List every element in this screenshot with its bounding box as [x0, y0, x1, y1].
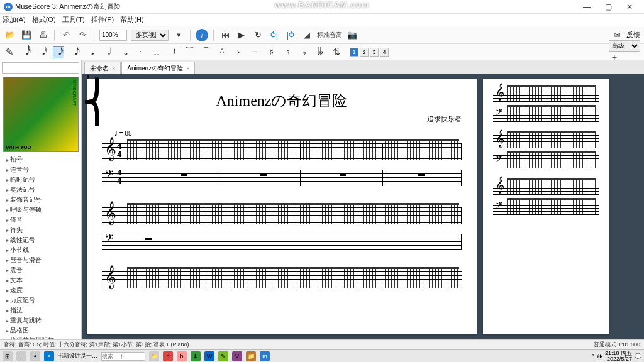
accent-icon[interactable]: ›	[233, 46, 244, 58]
palette-item[interactable]: 临时记号	[0, 175, 81, 185]
taskbar-icon[interactable]: m	[260, 351, 270, 361]
score-page-1[interactable]: Animenzの奇幻冒险 追求快乐者 ♩ = 85 ⎨ 𝄞 44 𝄢	[87, 79, 477, 334]
taskbar-app[interactable]: 书籍设计是一…	[58, 352, 97, 360]
feedback-button[interactable]: 反馈	[626, 30, 640, 40]
double-dot-icon[interactable]: ‥	[151, 46, 162, 58]
close-icon[interactable]: ×	[112, 65, 115, 72]
time-signature[interactable]: 44	[117, 142, 121, 158]
palette-item[interactable]: 重复与跳转	[0, 315, 81, 326]
tray-icon[interactable]: ^	[592, 353, 594, 359]
palette-item[interactable]: 装饰音记号	[0, 195, 81, 205]
treble-staff[interactable]: 𝄞	[102, 266, 462, 293]
taskbar-icon[interactable]: V	[232, 351, 242, 361]
taskbar-icon[interactable]: 📁	[246, 351, 256, 361]
palette-item[interactable]: 文本	[0, 275, 81, 285]
menu-help[interactable]: 帮助(H)	[120, 15, 143, 25]
mail-icon[interactable]: ✉	[611, 29, 623, 41]
note-whole-icon[interactable]: 𝅝	[118, 46, 130, 58]
open-icon[interactable]: 📂	[4, 29, 16, 41]
voice-2-button[interactable]: 2	[360, 48, 369, 57]
score-viewport[interactable]: Animenzの奇幻冒险 追求快乐者 ♩ = 85 ⎨ 𝄞 44 𝄢	[82, 74, 644, 339]
palette-item[interactable]: 小节线	[0, 245, 81, 255]
maximize-button[interactable]: ▢	[597, 3, 619, 11]
voice-4-button[interactable]: 4	[380, 48, 389, 57]
menu-format[interactable]: 格式(O)	[32, 15, 56, 25]
note-32nd-icon[interactable]: 𝅘𝅥𝅰	[36, 46, 48, 58]
notes[interactable]	[127, 269, 459, 288]
dot-icon[interactable]: ·	[135, 46, 146, 58]
rewind-icon[interactable]: ⏮	[219, 29, 231, 41]
view-select[interactable]: 多页视图	[131, 30, 169, 41]
loop-icon[interactable]: ↻	[252, 29, 264, 41]
tab-untitled[interactable]: 未命名×	[84, 62, 121, 74]
palette-item[interactable]: 琶音与滑音	[0, 255, 81, 265]
print-icon[interactable]: 🖶	[36, 29, 49, 41]
close-button[interactable]: ✕	[619, 3, 640, 11]
note-16th-icon[interactable]: 𝅘𝅥𝅯	[53, 46, 64, 58]
palette-item[interactable]: 拍号	[0, 155, 81, 165]
taskbar-search[interactable]	[101, 352, 145, 361]
taskbar-icon[interactable]: ⬇	[191, 351, 201, 361]
palette-item[interactable]: 力度记号	[0, 295, 81, 305]
natural-icon[interactable]: ♮	[282, 46, 293, 58]
minimize-button[interactable]: —	[576, 3, 597, 11]
note-quarter-icon[interactable]: 𝅘𝅥	[86, 46, 97, 58]
midi-icon[interactable]: ♪	[196, 29, 208, 41]
double-flat-icon[interactable]: 𝄫	[314, 46, 326, 58]
undo-icon[interactable]: ↶	[60, 29, 72, 41]
note-8th-icon[interactable]: 𝅘𝅥𝅮	[69, 46, 80, 58]
tie-icon[interactable]: ⁀	[184, 46, 195, 58]
note-64th-icon[interactable]: 𝅘𝅥𝅱	[20, 46, 31, 58]
tempo-marking[interactable]: ♩ = 85	[114, 130, 462, 137]
score-composer[interactable]: 追求快乐者	[102, 114, 462, 124]
palette-search-input[interactable]	[2, 62, 79, 74]
save-icon[interactable]: 💾	[20, 29, 33, 41]
voice-1-button[interactable]: 1	[350, 48, 358, 57]
flat-icon[interactable]: ♭	[298, 46, 309, 58]
palette-item[interactable]: 品格图	[0, 326, 81, 336]
zoom-input[interactable]	[99, 30, 127, 41]
redo-icon[interactable]: ↷	[76, 29, 89, 41]
tenuto-icon[interactable]: −	[249, 46, 260, 58]
taskbar-icon[interactable]: ✎	[218, 351, 228, 361]
score-title[interactable]: Animenzの奇幻冒险	[102, 90, 462, 111]
palette-item[interactable]: 奏法记号	[0, 185, 81, 195]
palette-item[interactable]: 速度	[0, 285, 81, 295]
palette-item[interactable]: 换行符与行距符	[0, 336, 81, 339]
taskbar-icon[interactable]: 📁	[149, 351, 159, 361]
capture-icon[interactable]: 📷	[346, 29, 358, 41]
notes[interactable]	[127, 205, 459, 224]
palette-item[interactable]: 震音	[0, 265, 81, 275]
palette-item[interactable]: 指法	[0, 305, 81, 315]
loop-in-icon[interactable]: ⥀|	[268, 29, 280, 41]
marcato-icon[interactable]: ^	[216, 46, 228, 58]
tray-icon[interactable]: 🕪	[597, 353, 602, 359]
dropdown-icon[interactable]: ▾	[172, 29, 185, 41]
note-input-mode-icon[interactable]: ✎	[4, 46, 15, 58]
palette-item[interactable]: 连音号	[0, 165, 81, 175]
menu-tools[interactable]: 工具(T)	[62, 15, 85, 25]
voice-3-button[interactable]: 3	[370, 48, 379, 57]
palette-item[interactable]: 倚音	[0, 215, 81, 225]
bass-staff[interactable]: 𝄢	[102, 229, 462, 255]
notes[interactable]	[127, 141, 459, 160]
menu-plugins[interactable]: 插件(P)	[91, 15, 114, 25]
edge-icon[interactable]: e	[44, 351, 54, 361]
play-icon[interactable]: ▶	[235, 29, 248, 41]
palette-item[interactable]: 呼吸与停顿	[0, 205, 81, 215]
treble-staff[interactable]: 𝄞 44	[102, 138, 462, 165]
slur-icon[interactable]: ⌒	[200, 46, 211, 58]
palette-item[interactable]: 符头	[0, 225, 81, 235]
taskview-icon[interactable]: ☰	[16, 351, 26, 361]
concert-pitch-button[interactable]: 标准音高	[317, 31, 342, 40]
treble-staff[interactable]: 𝄞	[102, 202, 462, 229]
app-icon[interactable]: ✦	[30, 351, 40, 361]
tab-animenz[interactable]: Animenzの奇幻冒险×	[121, 62, 195, 74]
sharp-icon[interactable]: ♯	[265, 46, 277, 58]
score-page-2[interactable]: 13 𝄞 𝄢 16 𝄞 𝄢 18 𝄞 𝄢	[483, 79, 609, 334]
taskbar-icon[interactable]: W	[204, 351, 214, 361]
workspace-select[interactable]: 高级	[609, 40, 640, 52]
rest-icon[interactable]: 𝄽	[167, 46, 179, 58]
bass-staff[interactable]: 𝄢 44	[102, 165, 462, 191]
metronome-icon[interactable]: ◢	[301, 29, 313, 41]
